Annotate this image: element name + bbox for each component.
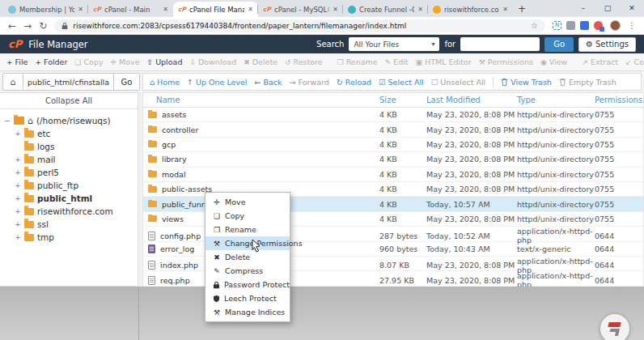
- tree-item-public-html[interactable]: +public_html: [4, 192, 133, 205]
- tree-item-etc[interactable]: +etc: [4, 127, 133, 140]
- table-row-controller[interactable]: controller4 KBMay 23, 2020, 8:08 PMhttpd…: [143, 122, 643, 137]
- expand-icon[interactable]: +: [15, 181, 21, 189]
- path-go-button[interactable]: Go: [114, 73, 140, 91]
- tab-close-icon[interactable]: ✕: [163, 6, 168, 13]
- column-header-type[interactable]: Type: [517, 96, 595, 104]
- column-header-permissions[interactable]: Permissions: [595, 96, 643, 104]
- bookmark-star-icon[interactable]: ☆: [531, 21, 538, 30]
- rename-button[interactable]: ❒Rename: [337, 57, 378, 66]
- html-editor-button[interactable]: ▣HTML Editor: [416, 57, 472, 66]
- search-scope-select[interactable]: All Your Files ▾: [349, 37, 439, 51]
- restore-button[interactable]: ↺Restore: [285, 57, 323, 66]
- view-button[interactable]: ◉View: [540, 57, 567, 66]
- menu-item-rename[interactable]: ❒Rename: [205, 223, 290, 236]
- menu-item-compress[interactable]: ✎Compress: [205, 264, 290, 278]
- menu-item-manage-indices[interactable]: ⚒Manage Indices: [205, 305, 290, 319]
- edit-button[interactable]: ✎Edit: [385, 57, 409, 66]
- nav-back-button[interactable]: ←Back: [255, 78, 282, 87]
- table-row-modal[interactable]: modal4 KBMay 23, 2020, 8:08 PMhttpd/unix…: [143, 168, 643, 182]
- browser-forward-button[interactable]: →: [23, 20, 32, 32]
- nav-empty-trash-button[interactable]: Empty Trash: [559, 78, 616, 87]
- maximize-button[interactable]: □: [595, 0, 620, 16]
- expand-icon[interactable]: +: [15, 168, 21, 176]
- minimize-button[interactable]: –: [571, 0, 595, 16]
- tab-close-icon[interactable]: ✕: [78, 6, 83, 13]
- extension-icon-1[interactable]: N: [553, 21, 561, 30]
- browser-tab-cpanel-main[interactable]: cP cPanel - Main ✕: [88, 2, 173, 17]
- browser-tab-membership[interactable]: Membership | Your Installa ✕: [3, 2, 88, 17]
- permissions-button[interactable]: ⚒Permissions: [479, 57, 533, 66]
- column-header-size[interactable]: Size: [379, 96, 426, 104]
- tree-root-item[interactable]: − ⌂ (/home/risewuqs): [4, 114, 133, 127]
- extension-icon-2[interactable]: [566, 21, 575, 30]
- folder-button[interactable]: +Folder: [35, 57, 67, 66]
- menu-item-change-permissions[interactable]: ⚒Change Permissions: [205, 236, 290, 250]
- column-header-modified[interactable]: Last Modified: [426, 96, 517, 104]
- nav-view-trash-button[interactable]: View Trash: [501, 78, 552, 87]
- menu-item-copy[interactable]: ❏Copy: [205, 209, 290, 223]
- expand-icon[interactable]: +: [15, 130, 21, 138]
- tab-close-icon[interactable]: ✕: [502, 6, 508, 13]
- table-row-assets[interactable]: assets4 KBMay 23, 2020, 8:08 PMhttpd/uni…: [143, 108, 643, 122]
- settings-button[interactable]: ⚙Settings: [578, 37, 636, 52]
- delete-button[interactable]: ✖Delete: [244, 57, 278, 66]
- browser-tab-file-manager[interactable]: cP cPanel File Manager v3 ✕: [173, 2, 258, 17]
- expand-icon[interactable]: +: [15, 194, 21, 202]
- copy-button[interactable]: ❏Copy: [74, 57, 103, 66]
- tab-close-icon[interactable]: ✕: [417, 6, 423, 13]
- browser-menu-icon[interactable]: ⋮: [628, 21, 636, 30]
- tree-item-tmp[interactable]: +tmp: [4, 231, 133, 244]
- path-input[interactable]: [23, 73, 114, 91]
- nav-select-all-button[interactable]: ☑Select All: [379, 78, 424, 87]
- expand-icon[interactable]: +: [15, 155, 21, 164]
- tree-item-ssl[interactable]: +ssl: [4, 218, 133, 231]
- new-tab-button[interactable]: +: [513, 3, 531, 15]
- browser-reload-button[interactable]: ↻: [39, 20, 47, 32]
- upload-button[interactable]: ⇧Upload: [147, 57, 183, 66]
- permissions-button-label: Permissions: [488, 57, 533, 66]
- table-row-library[interactable]: library4 KBMay 23, 2020, 8:08 PMhttpd/un…: [143, 152, 643, 167]
- path-home-button[interactable]: ⌂: [2, 73, 23, 91]
- tree-item-risewithforce[interactable]: +risewithforce.com: [4, 205, 133, 218]
- tree-item-logs[interactable]: logs: [4, 140, 133, 153]
- collapse-all-button[interactable]: Collapse All: [0, 93, 138, 109]
- extension-icon-3[interactable]: [580, 21, 589, 30]
- tab-close-icon[interactable]: ✕: [333, 6, 338, 13]
- nav-home-button[interactable]: ⌂Home: [150, 78, 180, 87]
- collapse-icon[interactable]: −: [4, 117, 11, 125]
- nav-reload-button[interactable]: ↻Reload: [337, 78, 371, 87]
- menu-item-password-protect[interactable]: Password Protect: [205, 278, 290, 291]
- column-header-name[interactable]: Name: [143, 96, 379, 104]
- menu-item-delete[interactable]: ✖Delete: [205, 250, 290, 264]
- compress-button[interactable]: ↙Compress: [625, 57, 644, 66]
- address-bar[interactable]: risewithforce.com:2083/cpsess6179440384/…: [54, 19, 545, 32]
- download-button[interactable]: ⇩Download: [189, 57, 236, 66]
- menu-item-leech-protect[interactable]: Leech Protect: [205, 291, 290, 305]
- browser-back-button[interactable]: ←: [8, 20, 16, 32]
- file-name: modal: [162, 170, 186, 179]
- tab-close-icon[interactable]: ✕: [248, 6, 253, 13]
- nav-forward-button[interactable]: →Forward: [290, 78, 329, 87]
- expand-icon[interactable]: +: [15, 233, 21, 241]
- search-input[interactable]: [460, 37, 540, 51]
- tree-item-mail[interactable]: +mail: [4, 153, 133, 166]
- extension-icon-4[interactable]: [594, 21, 603, 30]
- extract-button[interactable]: ↗Extract: [582, 57, 618, 66]
- browser-tab-localhost[interactable]: risewithforce.com / localho ✕: [428, 2, 513, 17]
- table-row-gcp[interactable]: gcp4 KBMay 23, 2020, 8:08 PMhttpd/unix-d…: [143, 138, 643, 152]
- close-button[interactable]: ✕: [620, 0, 644, 16]
- tree-item-perl5[interactable]: +perl5: [4, 166, 133, 179]
- file-button[interactable]: +File: [6, 57, 28, 66]
- expand-icon[interactable]: +: [15, 207, 21, 215]
- nav-up-one-level-button[interactable]: ↑Up One Level: [187, 78, 247, 87]
- menu-item-label: Change Permissions: [225, 239, 303, 248]
- browser-tab-mysql[interactable]: cP cPanel - MySQL® Databas ✕: [258, 2, 343, 17]
- search-go-button[interactable]: Go: [544, 37, 574, 52]
- move-button[interactable]: ✛Move: [111, 57, 140, 66]
- browser-tab-create-funnel[interactable]: Create Funnel -CloudFunne ✕: [343, 2, 428, 17]
- expand-icon[interactable]: +: [15, 220, 21, 228]
- menu-item-move[interactable]: ✛Move: [205, 195, 290, 209]
- tree-item-public-ftp[interactable]: +public_ftp: [4, 179, 133, 192]
- nav-unselect-all-button[interactable]: ☐Unselect All: [431, 78, 486, 87]
- profile-avatar[interactable]: [610, 20, 621, 31]
